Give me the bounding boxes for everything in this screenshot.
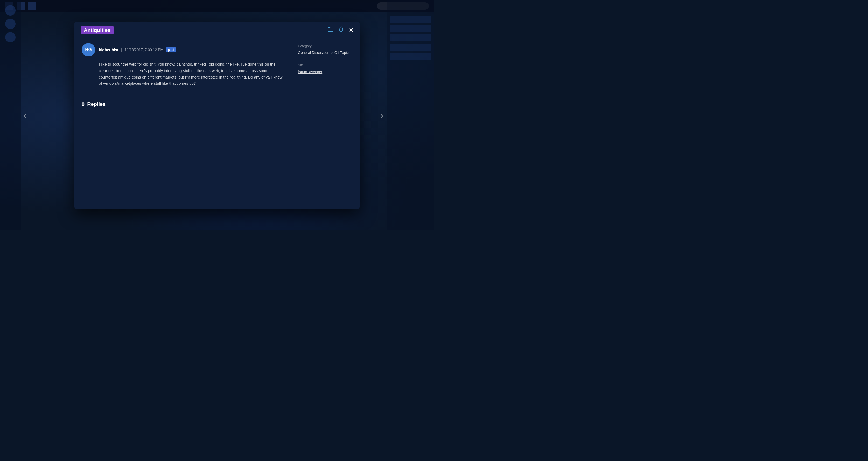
bell-icon[interactable] bbox=[338, 26, 344, 34]
post-author: highcubist bbox=[99, 48, 119, 52]
post-header: HG highcubist | 11/16/2017, 7:00:12 PM p… bbox=[82, 43, 285, 57]
top-bar-item-2 bbox=[28, 2, 36, 10]
post-separator: | bbox=[121, 48, 122, 52]
site-name[interactable]: forum_avenger bbox=[298, 70, 322, 74]
right-item-3 bbox=[390, 34, 431, 41]
post-modal: Antiquities ✕ HG bbox=[74, 22, 360, 209]
modal-header-actions: ✕ bbox=[328, 26, 353, 34]
post-body: I like to scour the web for old shit. Yo… bbox=[99, 61, 285, 87]
category-section: Category: General Discussion > Off Topic bbox=[298, 44, 354, 55]
site-section: Site: forum_avenger bbox=[298, 63, 354, 74]
modal-header: Antiquities ✕ bbox=[74, 22, 360, 38]
folder-icon[interactable] bbox=[328, 27, 334, 34]
prev-button[interactable]: ‹ bbox=[23, 109, 27, 122]
category-separator: > bbox=[331, 51, 333, 55]
post-meta-container: highcubist | 11/16/2017, 7:00:12 PM post bbox=[99, 47, 176, 52]
nav-item-2 bbox=[5, 19, 16, 29]
replies-header: 0 Replies bbox=[82, 101, 285, 107]
post-date: 11/16/2017, 7:00:12 PM bbox=[125, 48, 163, 52]
next-button[interactable]: › bbox=[380, 109, 383, 122]
close-button[interactable]: ✕ bbox=[349, 27, 353, 34]
user-avatar: HG bbox=[82, 43, 95, 57]
modal-main-content: HG highcubist | 11/16/2017, 7:00:12 PM p… bbox=[74, 38, 292, 209]
right-panel bbox=[388, 0, 434, 230]
right-item-5 bbox=[390, 53, 431, 60]
right-item-4 bbox=[390, 43, 431, 51]
nav-item-3 bbox=[5, 32, 16, 42]
post-type-badge: post bbox=[166, 47, 176, 52]
category-label: Category: bbox=[298, 44, 354, 48]
modal-title: Antiquities bbox=[81, 26, 114, 34]
top-bar bbox=[0, 0, 434, 12]
post-meta: highcubist | 11/16/2017, 7:00:12 PM post bbox=[99, 47, 176, 52]
replies-section: 0 Replies bbox=[82, 96, 285, 107]
right-item-1 bbox=[390, 15, 431, 23]
modal-body: HG highcubist | 11/16/2017, 7:00:12 PM p… bbox=[74, 38, 360, 209]
left-nav bbox=[0, 0, 21, 230]
category-path: General Discussion > Off Topic bbox=[298, 51, 354, 55]
site-label: Site: bbox=[298, 63, 354, 67]
right-item-2 bbox=[390, 25, 431, 32]
replies-count: 0 bbox=[82, 101, 85, 107]
category-off-topic[interactable]: Off Topic bbox=[335, 51, 349, 55]
category-general-discussion[interactable]: General Discussion bbox=[298, 51, 329, 55]
modal-sidebar: Category: General Discussion > Off Topic… bbox=[292, 38, 360, 209]
replies-label: Replies bbox=[87, 101, 105, 107]
nav-item-1 bbox=[5, 5, 16, 15]
